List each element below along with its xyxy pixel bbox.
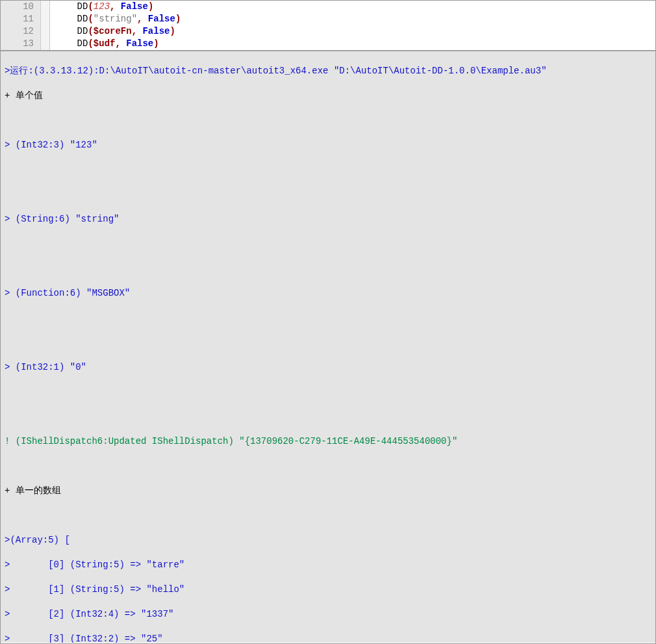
output-line: > [2] (Int32:4) => "1337" [5,608,651,621]
fn-name: DD [77,26,88,36]
code-line[interactable]: 12 DD($coreFn, False) [1,25,655,38]
output-line: > (Function:6) "MSGBOX" [5,287,651,300]
fn-name: DD [77,1,88,12]
fold-gutter[interactable] [41,1,50,13]
paren-open: ( [88,14,93,24]
code-text[interactable]: DD("string", False) [50,13,181,25]
arg1: $udf [94,38,116,49]
keyword: False [126,38,153,49]
fn-name: DD [77,38,88,49]
paren-open: ( [88,1,93,12]
paren-open: ( [88,38,93,49]
paren-open: ( [88,26,93,36]
paren-close: ) [175,14,181,24]
fold-gutter[interactable] [41,25,50,38]
paren-close: ) [170,26,175,36]
fn-name: DD [77,14,88,24]
comma: , [132,26,143,36]
code-line[interactable]: 10 DD(123, False) [1,1,655,13]
section-header: + 单一的数组 [5,485,651,497]
fold-gutter[interactable] [41,13,50,25]
line-number: 10 [1,1,41,13]
keyword: False [142,26,170,36]
comma: , [137,14,148,24]
output-console[interactable]: >运行:(3.3.13.12):D:\AutoIT\autoit-cn-mast… [1,51,655,643]
section-header: + 单个值 [5,90,651,102]
line-number: 11 [1,13,41,25]
paren-close: ) [148,1,153,12]
output-line: > [0] (String:5) => "tarre" [5,559,651,571]
comma: , [110,1,121,12]
code-line[interactable]: 13 DD($udf, False) [1,38,655,50]
line-number: 13 [1,38,41,50]
arg1: $coreFn [94,26,132,36]
output-line: > [1] (String:5) => "hello" [5,584,651,596]
output-line: >(Array:5) [ [5,534,651,547]
arg1: 123 [94,1,110,12]
code-text[interactable]: DD(123, False) [50,1,153,13]
code-text[interactable]: DD($coreFn, False) [50,25,175,38]
output-line: ! (IShellDispatch6:Updated IShellDispatc… [5,435,651,448]
keyword: False [148,14,175,24]
output-line: > (Int32:1) "0" [5,361,651,374]
output-line: > [3] (Int32:2) => "25" [5,633,651,643]
code-editor[interactable]: 10 DD(123, False) 11 DD("string", False)… [1,1,655,51]
keyword: False [121,1,148,12]
code-text[interactable]: DD($udf, False) [50,38,159,50]
paren-close: ) [153,38,158,49]
code-line[interactable]: 11 DD("string", False) [1,13,655,25]
output-line: > (Int32:3) "123" [5,139,651,151]
line-number: 12 [1,25,41,38]
run-line: >运行:(3.3.13.12):D:\AutoIT\autoit-cn-mast… [5,65,651,77]
comma: , [115,38,126,49]
output-line: > (String:6) "string" [5,213,651,225]
fold-gutter[interactable] [41,38,50,50]
arg1: "string" [94,14,137,24]
